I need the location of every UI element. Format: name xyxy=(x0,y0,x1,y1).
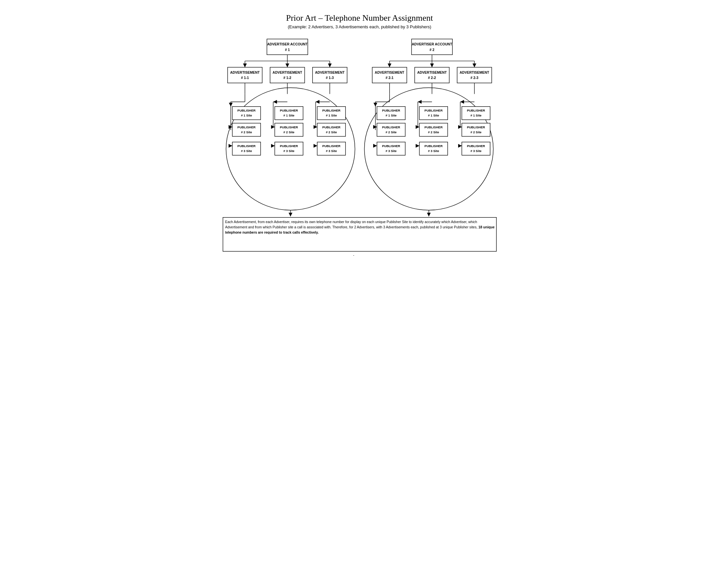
pub213-l2: # 3 Site xyxy=(385,149,396,153)
ad21-box xyxy=(372,67,407,83)
advertiser2-box xyxy=(412,39,452,55)
pub231-l1: PUBLISHER xyxy=(467,109,485,112)
pub231-l2: # 1 Site xyxy=(470,113,481,117)
pub113-l2: # 3 Site xyxy=(241,149,252,153)
page-subtitle: (Example: 2 Advertisers, 3 Advertisement… xyxy=(221,24,498,29)
ad23-box xyxy=(457,67,492,83)
pub221-l2: # 1 Site xyxy=(428,113,439,117)
ad13-label1: ADVERTISEMENT xyxy=(315,71,344,75)
pub112-l1: PUBLISHER xyxy=(237,125,255,129)
pub233-l2: # 3 Site xyxy=(470,149,481,153)
ad21-label2: # 2-1 xyxy=(385,76,393,80)
diagram: ADVERTISER ACCOUNT # 1 ADVERTISEMENT # 1… xyxy=(221,36,498,256)
advertiser2-label1: ADVERTISER ACCOUNT xyxy=(412,42,452,46)
ad23-label2: # 2-3 xyxy=(470,76,478,80)
pub212-l1: PUBLISHER xyxy=(382,125,400,129)
pub123-l1: PUBLISHER xyxy=(280,144,298,148)
pub133-l1: PUBLISHER xyxy=(322,144,340,148)
pub111-l2: # 1 Site xyxy=(241,113,252,117)
pub132-l2: # 2 Site xyxy=(326,130,337,134)
pub122-l2: # 2 Site xyxy=(283,130,294,134)
ad22-label1: ADVERTISEMENT xyxy=(417,71,446,75)
page-title: Prior Art – Telephone Number Assignment xyxy=(221,13,498,23)
ad11-label2: # 1-1 xyxy=(241,76,249,80)
diagram-svg: ADVERTISER ACCOUNT # 1 ADVERTISEMENT # 1… xyxy=(221,36,498,256)
ad13-label2: # 1-3 xyxy=(326,76,334,80)
ad23-label1: ADVERTISEMENT xyxy=(459,71,489,75)
pub222-l1: PUBLISHER xyxy=(424,125,442,129)
pub223-l2: # 3 Site xyxy=(428,149,439,153)
pub232-l1: PUBLISHER xyxy=(467,125,485,129)
pub232-l2: # 2 Site xyxy=(470,130,481,134)
pub223-l1: PUBLISHER xyxy=(424,144,442,148)
pub112-l2: # 2 Site xyxy=(241,130,252,134)
advertiser2-label2: # 2 xyxy=(430,48,435,52)
pub132-l1: PUBLISHER xyxy=(322,125,340,129)
ad11-label1: ADVERTISEMENT xyxy=(230,71,260,75)
ad13-box xyxy=(312,67,347,83)
pub212-l2: # 2 Site xyxy=(385,130,396,134)
pub222-l2: # 2 Site xyxy=(428,130,439,134)
ad12-label2: # 1-2 xyxy=(283,76,291,80)
advertiser1-label-line2: # 1 xyxy=(285,48,290,52)
pub123-l2: # 3 Site xyxy=(283,149,294,153)
pub121-l2: # 1 Site xyxy=(283,113,294,117)
pub233-l1: PUBLISHER xyxy=(467,144,485,148)
pub131-l2: # 1 Site xyxy=(326,113,337,117)
pub131-l1: PUBLISHER xyxy=(322,109,340,112)
pub111-l1: PUBLISHER xyxy=(237,109,255,112)
pub113-l1: PUBLISHER xyxy=(237,144,255,148)
ad12-label1: ADVERTISEMENT xyxy=(273,71,302,75)
figure-label: Figure 2 xyxy=(350,254,369,256)
advertiser1-box xyxy=(267,39,307,55)
page: Prior Art – Telephone Number Assignment … xyxy=(212,6,508,266)
ad22-box xyxy=(415,67,449,83)
pub221-l1: PUBLISHER xyxy=(424,109,442,112)
pub133-l2: # 3 Site xyxy=(326,149,337,153)
ad22-label2: # 2-2 xyxy=(428,76,436,80)
ad12-box xyxy=(270,67,304,83)
pub211-l2: # 1 Site xyxy=(385,113,396,117)
pub213-l1: PUBLISHER xyxy=(382,144,400,148)
ad21-label1: ADVERTISEMENT xyxy=(375,71,404,75)
pub122-l1: PUBLISHER xyxy=(280,125,298,129)
ad11-box xyxy=(227,67,262,83)
advertiser1-label-line1: ADVERTISER ACCOUNT xyxy=(267,42,307,46)
pub211-l1: PUBLISHER xyxy=(382,109,400,112)
pub121-l1: PUBLISHER xyxy=(280,109,298,112)
